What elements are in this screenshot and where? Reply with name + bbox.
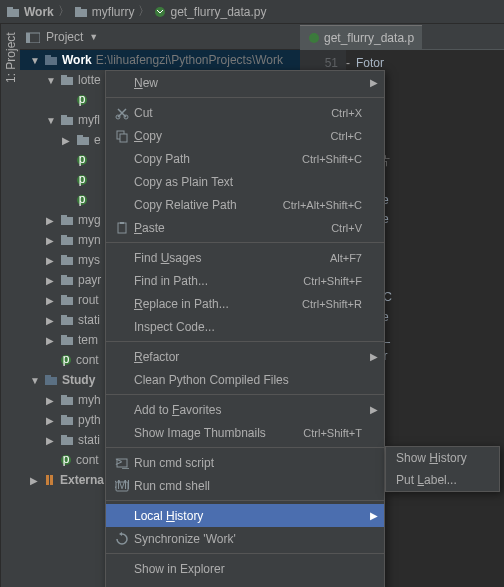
folder-icon [60, 74, 74, 86]
breadcrumb-root[interactable]: Work [6, 5, 54, 19]
menu-shortcut: Ctrl+C [331, 130, 362, 142]
menu-item[interactable]: Clean Python Compiled Files [106, 368, 384, 391]
tree-arrow-icon[interactable]: ▶ [46, 275, 56, 286]
svg-text:CMD: CMD [115, 479, 129, 492]
tree-label: Study [62, 373, 95, 387]
tree-arrow-icon[interactable]: ▶ [46, 235, 56, 246]
cmd-icon: CMD [112, 479, 132, 493]
tree-arrow-icon[interactable]: ▶ [46, 295, 56, 306]
py-icon: p [76, 94, 88, 106]
tree-arrow-icon[interactable]: ▶ [46, 215, 56, 226]
tree-arrow-icon[interactable]: ▶ [46, 335, 56, 346]
chevron-right-icon: 〉 [138, 3, 150, 20]
project-view-icon[interactable] [26, 31, 40, 43]
tree-arrow-icon[interactable]: ▼ [46, 75, 56, 86]
tree-arrow-icon[interactable]: ▼ [46, 115, 56, 126]
menu-item[interactable]: Refactor▶ [106, 345, 384, 368]
svg-rect-50 [50, 475, 53, 485]
folder-icon [76, 134, 90, 146]
project-tool-tab[interactable]: 1: Project [0, 24, 20, 587]
tree-label: myg [78, 213, 101, 227]
breadcrumb-folder[interactable]: myflurry [74, 5, 135, 19]
svg-rect-28 [61, 255, 67, 258]
tree-arrow-icon[interactable]: ▶ [46, 315, 56, 326]
svg-rect-43 [61, 417, 73, 425]
py-icon: p [76, 154, 88, 166]
context-menu[interactable]: New▶CutCtrl+XCopyCtrl+CCopy PathCtrl+Shi… [105, 70, 385, 587]
editor-tab[interactable]: get_flurry_data.p [300, 25, 422, 49]
svg-rect-55 [120, 134, 127, 142]
breadcrumb-file[interactable]: get_flurry_data.py [154, 5, 266, 19]
menu-item[interactable]: Show Image ThumbnailsCtrl+Shift+T [106, 421, 384, 444]
menu-item[interactable]: Find UsagesAlt+F7 [106, 246, 384, 269]
submenu-arrow-icon: ▶ [370, 351, 378, 362]
menu-item[interactable]: Add to Favorites▶ [106, 398, 384, 421]
menu-label: Copy [132, 129, 331, 143]
menu-item[interactable]: Local History▶ [106, 504, 384, 527]
local-history-submenu[interactable]: Show HistoryPut Label... [385, 446, 500, 492]
python-file-icon [308, 32, 320, 44]
tree-arrow-icon[interactable]: ▶ [30, 475, 40, 486]
menu-item[interactable]: Copy Relative PathCtrl+Alt+Shift+C [106, 193, 384, 216]
tree-label: tem [78, 333, 98, 347]
submenu-item[interactable]: Put Label... [386, 469, 499, 491]
svg-rect-14 [61, 115, 67, 118]
svg-rect-10 [61, 75, 67, 78]
tree-label: e [94, 133, 101, 147]
menu-shortcut: Ctrl+X [331, 107, 362, 119]
menu-item[interactable]: PasteCtrl+V [106, 216, 384, 239]
svg-rect-56 [118, 223, 126, 233]
tree-label: cont [76, 353, 99, 367]
submenu-label: Show History [396, 451, 467, 465]
menu-item[interactable]: Replace in Path...Ctrl+Shift+R [106, 292, 384, 315]
cut-icon [112, 106, 132, 120]
menu-item[interactable]: Find in Path...Ctrl+Shift+F [106, 269, 384, 292]
tree-label: pyth [78, 413, 101, 427]
tree-arrow-icon[interactable]: ▼ [30, 55, 40, 66]
chevron-right-icon: 〉 [58, 3, 70, 20]
menu-item[interactable]: >_Run cmd script [106, 451, 384, 474]
menu-item[interactable]: CutCtrl+X [106, 101, 384, 124]
folder-icon [60, 294, 74, 306]
tree-arrow-icon[interactable]: ▼ [30, 375, 40, 386]
breadcrumb: Work 〉 myflurry 〉 get_flurry_data.py [0, 0, 504, 24]
menu-item[interactable]: Synchronize 'Work' [106, 527, 384, 550]
chevron-down-icon[interactable]: ▼ [89, 32, 98, 42]
menu-item[interactable]: Copy PathCtrl+Shift+C [106, 147, 384, 170]
svg-rect-34 [61, 315, 67, 318]
menu-item[interactable]: Directory PathCtrl+Alt+F12 [106, 580, 384, 587]
svg-rect-15 [77, 137, 89, 145]
submenu-arrow-icon: ▶ [370, 404, 378, 415]
menu-item[interactable]: New▶ [106, 71, 384, 94]
menu-item[interactable]: Copy as Plain Text [106, 170, 384, 193]
tree-arrow-icon[interactable]: ▶ [46, 435, 56, 446]
svg-rect-57 [120, 222, 124, 224]
svg-rect-45 [61, 437, 73, 445]
paste-icon [112, 221, 132, 235]
py-icon: p [60, 354, 72, 366]
menu-label: New [132, 76, 362, 90]
menu-item[interactable]: CopyCtrl+C [106, 124, 384, 147]
tree-arrow-icon[interactable]: ▶ [46, 395, 56, 406]
menu-item[interactable]: Inspect Code... [106, 315, 384, 338]
svg-rect-8 [45, 55, 51, 58]
tree-row[interactable]: ▼Work E:\lihuafengzi\PythonProjects\Work [20, 50, 300, 70]
menu-shortcut: Ctrl+Shift+T [303, 427, 362, 439]
menu-separator [106, 553, 384, 554]
svg-rect-6 [26, 33, 30, 43]
menu-label: Synchronize 'Work' [132, 532, 362, 546]
tree-arrow-icon[interactable]: ▶ [62, 135, 72, 146]
menu-item[interactable]: CMDRun cmd shell [106, 474, 384, 497]
menu-item[interactable]: Show in Explorer [106, 557, 384, 580]
tree-arrow-icon[interactable]: ▶ [46, 255, 56, 266]
svg-text:p: p [79, 174, 86, 186]
tree-arrow-icon[interactable]: ▶ [46, 415, 56, 426]
svg-rect-41 [61, 397, 73, 405]
svg-rect-29 [61, 277, 73, 285]
svg-rect-35 [61, 337, 73, 345]
folder-icon [60, 254, 74, 266]
submenu-item[interactable]: Show History [386, 447, 499, 469]
menu-separator [106, 447, 384, 448]
svg-rect-49 [46, 475, 49, 485]
svg-point-51 [309, 33, 319, 43]
